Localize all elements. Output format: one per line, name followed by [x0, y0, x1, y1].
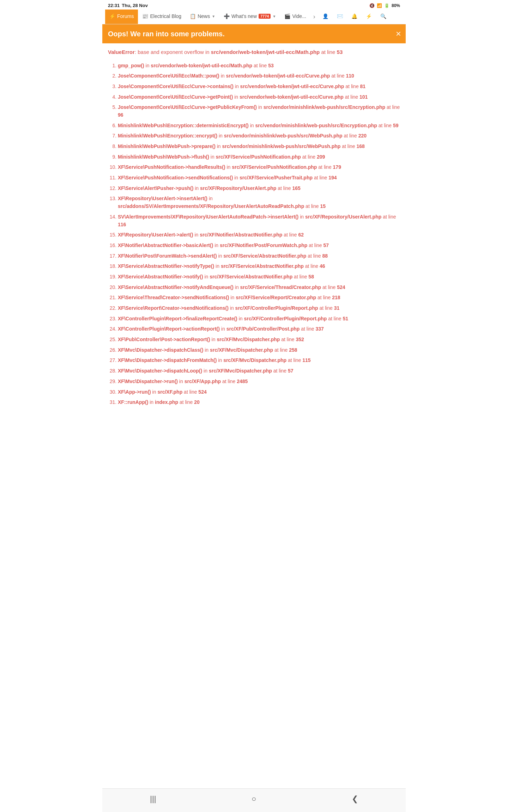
stack-trace-item: XF\Service\AbstractNotifier->notifyAndEn…: [118, 284, 400, 291]
stack-line-number: 58: [308, 274, 314, 279]
stack-trace-item: XF\Service\PushNotification->handleResul…: [118, 164, 400, 171]
stack-filepath: src/vendor/minishlink/web-push/src/Encry…: [255, 123, 377, 128]
nav-item-news[interactable]: 📋 News ▼: [186, 10, 219, 24]
error-banner-message: Oops! We ran into some problems.: [108, 30, 225, 38]
stack-line-number: 116: [118, 222, 126, 227]
stack-line-number: 218: [332, 295, 340, 300]
stack-line-number: 96: [118, 112, 123, 118]
stack-trace-item: gmp_pow() in src/vendor/web-token/jwt-ut…: [118, 62, 400, 70]
nav-item-forums[interactable]: ⚡ Forums: [105, 10, 138, 24]
stack-line-number: 20: [194, 399, 200, 405]
status-time: 22:31: [108, 3, 120, 8]
stack-method: Jose\Component\Core\Util\Ecc\Curve->getP…: [118, 104, 257, 110]
stack-trace-item: XF\ControllerPlugin\Report->finalizeRepo…: [118, 315, 400, 323]
stack-filepath: src/XF/Mvc/Dispatcher.php: [210, 347, 273, 353]
status-right: 🔇 📶 🔋 80%: [369, 3, 400, 8]
stack-filepath: src/XF/Service/PushNotification.php: [216, 154, 301, 160]
error-content: ValueError: base and exponent overflow i…: [102, 43, 406, 414]
nav-whats-new-label: What's new: [231, 13, 257, 19]
nav-avatar[interactable]: 👤: [318, 10, 333, 24]
stack-method: XF\Service\Thread\Creator->sendNotificat…: [118, 295, 229, 300]
stack-line-number: 2485: [237, 379, 248, 384]
error-line-label: at line: [320, 49, 337, 55]
nav-search[interactable]: 🔍: [376, 10, 391, 24]
stack-filepath: src/XF/Notifier/AbstractNotifier.php: [200, 232, 282, 238]
stack-line-number: 168: [356, 143, 364, 149]
stack-line-number: 53: [268, 63, 274, 68]
nav-bolt[interactable]: ⚡: [362, 10, 376, 24]
stack-method: XF\Mvc\Dispatcher->run(): [118, 379, 178, 384]
stack-trace-item: XF\Notifier\Post\ForumWatch->sendAlert()…: [118, 252, 400, 260]
stack-method: SV\AlertImprovements\XF\Repository\UserA…: [118, 214, 298, 220]
stack-line-number: 57: [323, 242, 329, 248]
stack-trace-item: XF\Mvc\Dispatcher->dispatchClass() in sr…: [118, 346, 400, 354]
stack-line-number: 88: [322, 253, 328, 259]
stack-line-number: 57: [288, 368, 294, 374]
stack-method: XF::runApp(): [118, 399, 148, 405]
stack-line-number: 524: [337, 284, 345, 290]
stack-trace-item: Minishlink\WebPush\Encryption::determini…: [118, 122, 400, 130]
stack-filepath: src/vendor/web-token/jwt-util-ecc/Curve.…: [240, 94, 344, 100]
nav-messages[interactable]: ✉️: [333, 10, 347, 24]
nav-forums-label: Forums: [117, 13, 134, 19]
error-banner-close[interactable]: ✕: [395, 30, 401, 38]
error-banner: Oops! We ran into some problems. ✕: [102, 24, 406, 43]
stack-trace-item: XF\Repository\UserAlert->insertAlert() i…: [118, 195, 400, 210]
nav-item-whats-new[interactable]: ➕ What's new 7774 ▼: [219, 10, 280, 24]
stack-line-number: 524: [198, 389, 206, 395]
stack-filepath: src/XF/Service/AbstractNotifier.php: [210, 274, 292, 279]
stack-line-number: 62: [298, 232, 304, 238]
plus-icon: ➕: [224, 13, 230, 19]
stack-method: Jose\Component\Core\Util\Ecc\Curve->cont…: [118, 84, 234, 89]
stack-method: Minishlink\WebPush\Encryption::encrypt(): [118, 133, 217, 139]
stack-filepath: src/XF/App.php: [185, 379, 221, 384]
stack-filepath: src/XF/ControllerPlugin/Report.php: [244, 316, 327, 321]
stack-filepath: src/XF/ControllerPlugin/Report.php: [235, 305, 318, 311]
bolt-icon: ⚡: [366, 13, 372, 19]
stack-method: XF\Service\PushNotification->sendNotific…: [118, 175, 233, 180]
stack-trace-item: XF\ControllerPlugin\Report->actionReport…: [118, 325, 400, 333]
stack-method: Minishlink\WebPush\Encryption::determini…: [118, 123, 249, 128]
stack-line-number: 110: [346, 73, 354, 79]
stack-filepath: src/addons/SV/AlertImprovements/XF/Repos…: [118, 203, 304, 209]
stack-filepath: src/XF/Notifier/Post/ForumWatch.php: [220, 242, 307, 248]
messages-icon: ✉️: [337, 13, 343, 19]
nav-alerts[interactable]: 🔔: [347, 10, 362, 24]
stack-line-number: 46: [320, 263, 325, 269]
video-icon: 🎬: [284, 13, 290, 19]
stack-filepath: src/XF/Service/AbstractNotifier.php: [223, 253, 306, 259]
stack-trace-item: Minishlink\WebPush\WebPush->prepare() in…: [118, 143, 400, 150]
stack-method: XF\Mvc\Dispatcher->dispatchLoop(): [118, 368, 202, 374]
nav-item-videos[interactable]: 🎬 Vide...: [280, 10, 310, 24]
nav-videos-label: Vide...: [292, 13, 306, 19]
nav-item-electrical-blog[interactable]: 📰 Electrical Blog: [138, 10, 186, 24]
battery-level: 80%: [392, 3, 400, 8]
stack-filepath: src/XF/Mvc/Dispatcher.php: [223, 357, 286, 363]
lightning-icon: ⚡: [109, 13, 115, 19]
stack-method: XF\Mvc\Dispatcher->dispatchClass(): [118, 347, 203, 353]
nav-news-label: News: [198, 13, 210, 19]
stack-line-number: 352: [296, 337, 304, 342]
stack-trace-item: Jose\Component\Core\Util\Ecc\Curve->getP…: [118, 93, 400, 101]
stack-method: gmp_pow(): [118, 63, 144, 68]
stack-trace-item: XF\App->run() in src/XF.php at line 524: [118, 388, 400, 396]
stack-filepath: src/XF/Pub/Controller/Post.php: [226, 326, 300, 332]
alerts-icon: 🔔: [351, 13, 357, 19]
status-left: 22:31 Thu, 28 Nov: [108, 3, 148, 8]
nav-more-button[interactable]: ›: [310, 10, 318, 24]
stack-trace-item: XF\Service\Alert\Pusher->push() in src/X…: [118, 185, 400, 192]
stack-method: XF\Mvc\Dispatcher->dispatchFromMatch(): [118, 357, 217, 363]
stack-trace-item: SV\AlertImprovements\XF\Repository\UserA…: [118, 213, 400, 228]
news-icon: 📋: [190, 13, 196, 19]
stack-filepath: src/vendor/web-token/jwt-util-ecc/Curve.…: [226, 73, 330, 79]
stack-line-number: 194: [328, 175, 337, 180]
stack-trace-item: Minishlink\WebPush\WebPush->flush() in s…: [118, 153, 400, 161]
stack-line-number: 165: [292, 185, 300, 191]
stack-method: XF\Pub\Controller\Post->actionReport(): [118, 337, 210, 342]
stack-line-number: 81: [360, 84, 366, 89]
stack-method: XF\Notifier\Post\ForumWatch->sendAlert(): [118, 253, 217, 259]
stack-method: Jose\Component\Core\Util\Ecc\Curve->getP…: [118, 94, 233, 100]
stack-filepath: src/vendor/minishlink/web-push/src/WebPu…: [222, 143, 341, 149]
stack-trace-item: XF\Mvc\Dispatcher->run() in src/XF/App.p…: [118, 378, 400, 386]
stack-method: XF\Service\AbstractNotifier->notifyAndEn…: [118, 284, 234, 290]
